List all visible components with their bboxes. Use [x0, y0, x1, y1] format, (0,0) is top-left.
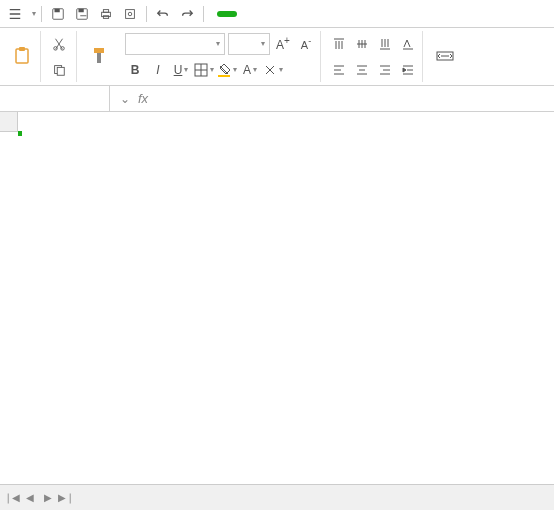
save-as-icon[interactable] [71, 3, 93, 25]
tab-layout[interactable] [257, 11, 273, 17]
paste-button[interactable] [8, 44, 36, 70]
svg-point-11 [54, 46, 58, 50]
decrease-font-icon[interactable]: A- [296, 34, 316, 54]
svg-rect-14 [57, 67, 64, 75]
indent-icon[interactable] [398, 60, 418, 80]
svg-rect-16 [97, 53, 101, 63]
tab-data[interactable] [293, 11, 309, 17]
font-name-select[interactable]: ▾ [125, 33, 225, 55]
app-menu-icon[interactable] [4, 3, 26, 25]
font-color-icon[interactable]: A▾ [240, 60, 260, 80]
svg-rect-10 [19, 47, 25, 51]
font-size-select[interactable]: ▾ [228, 33, 270, 55]
bold-icon[interactable]: B [125, 60, 145, 80]
save-icon[interactable] [47, 3, 69, 25]
underline-icon[interactable]: U▾ [171, 60, 191, 80]
clear-format-icon[interactable]: ▾ [263, 60, 283, 80]
undo-icon[interactable] [152, 3, 174, 25]
increase-font-icon[interactable]: A+ [273, 34, 293, 54]
align-middle-icon[interactable] [352, 34, 372, 54]
svg-rect-5 [103, 9, 108, 12]
copy-button[interactable] [49, 61, 72, 79]
sheet-nav-first-icon[interactable]: ❘◀ [4, 490, 20, 506]
tab-insert[interactable] [239, 11, 255, 17]
select-all-corner[interactable] [0, 112, 18, 132]
fill-color-icon[interactable]: ▾ [217, 60, 237, 80]
border-icon[interactable]: ▾ [194, 60, 214, 80]
print-preview-icon[interactable] [119, 3, 141, 25]
tab-review[interactable] [311, 11, 327, 17]
orientation-icon[interactable] [398, 34, 418, 54]
svg-rect-7 [126, 9, 135, 18]
file-dropdown-icon: ▾ [32, 9, 36, 18]
format-painter-button[interactable] [85, 44, 113, 70]
sheet-nav-prev-icon[interactable]: ◀ [22, 490, 38, 506]
svg-point-12 [61, 46, 65, 50]
tab-formula[interactable] [275, 11, 291, 17]
fx-dropdown-icon[interactable]: ⌄ [120, 92, 130, 106]
svg-point-8 [128, 12, 132, 16]
align-top-icon[interactable] [329, 34, 349, 54]
print-icon[interactable] [95, 3, 117, 25]
cut-button[interactable] [49, 35, 72, 53]
sheet-nav-last-icon[interactable]: ▶❘ [58, 490, 74, 506]
svg-rect-15 [94, 48, 104, 53]
active-cell-indicator [18, 132, 22, 136]
align-left-icon[interactable] [329, 60, 349, 80]
svg-rect-18 [218, 75, 230, 77]
svg-rect-9 [16, 49, 28, 63]
svg-rect-3 [79, 8, 84, 12]
fx-icon[interactable]: fx [138, 91, 148, 106]
svg-rect-1 [55, 8, 60, 12]
tab-start[interactable] [217, 11, 237, 17]
align-bottom-icon[interactable] [375, 34, 395, 54]
sheet-nav-next-icon[interactable]: ▶ [40, 490, 56, 506]
italic-icon[interactable]: I [148, 60, 168, 80]
name-box[interactable] [20, 86, 110, 111]
merge-center-button[interactable] [431, 44, 459, 70]
align-right-icon[interactable] [375, 60, 395, 80]
redo-icon[interactable] [176, 3, 198, 25]
align-center-icon[interactable] [352, 60, 372, 80]
